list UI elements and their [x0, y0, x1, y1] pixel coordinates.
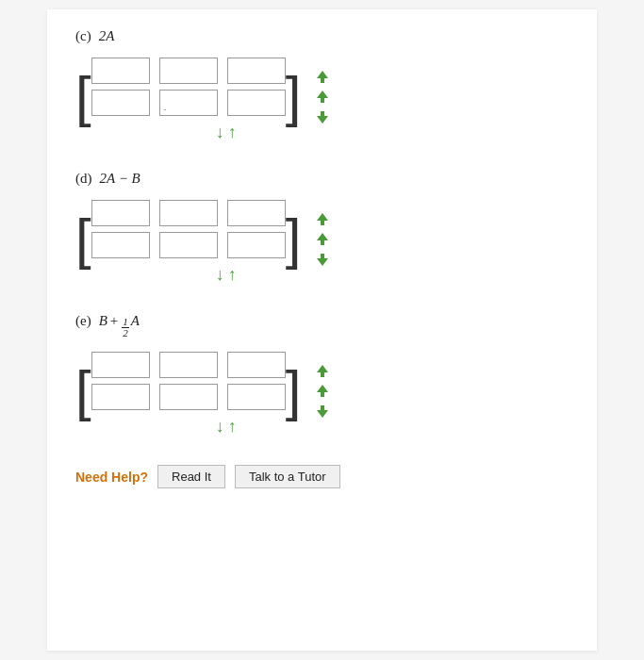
sort-arrows-d: ↓ ↑ [91, 266, 286, 283]
side-arrow-up-c-2[interactable] [314, 108, 331, 125]
svg-rect-1 [321, 78, 324, 83]
problem-e: (e) B + 1 2 A [ [75, 313, 569, 435]
up-arrow-d[interactable]: ↑ [228, 266, 237, 283]
problem-c: (c) 2A [ . [75, 28, 569, 140]
part-label-e: (e) [75, 313, 91, 329]
up-arrow-e[interactable]: ↑ [228, 418, 237, 435]
matrix-e-bracket: [ ↓ ↑ ] [75, 348, 301, 435]
cell-e-1-0[interactable] [91, 384, 150, 410]
expr-e-b: B [99, 313, 107, 329]
cell-d-1-0[interactable] [91, 232, 150, 258]
side-arrow-up-d-1[interactable] [314, 231, 331, 248]
matrix-d-outer: [ ↓ ↑ ] [75, 196, 569, 283]
cell-e-0-1[interactable] [159, 352, 218, 378]
svg-rect-9 [321, 240, 324, 245]
svg-marker-12 [317, 365, 328, 372]
cell-e-1-2[interactable] [227, 384, 286, 410]
cell-c-1-1[interactable]: . [159, 90, 218, 116]
side-arrow-up-d-2[interactable] [314, 251, 331, 268]
svg-marker-2 [317, 91, 328, 98]
cell-e-1-1[interactable] [159, 384, 218, 410]
bracket-left-c: [ [75, 69, 91, 125]
down-arrow-e[interactable]: ↓ [216, 418, 224, 435]
matrix-c-cells: . [91, 54, 286, 120]
part-label-d: (d) [75, 171, 92, 187]
svg-marker-10 [317, 258, 328, 266]
cell-d-0-2[interactable] [227, 200, 286, 226]
down-arrow-c[interactable]: ↓ [216, 124, 224, 140]
talk-to-tutor-button[interactable]: Talk to a Tutor [235, 465, 340, 488]
svg-marker-16 [317, 410, 328, 418]
expr-e-half: 1 2 [122, 317, 129, 338]
side-arrow-down-c[interactable] [314, 69, 331, 86]
side-arrows-d [314, 211, 331, 268]
sort-arrows-c: ↓ ↑ [91, 124, 286, 140]
up-arrow-c[interactable]: ↑ [228, 124, 237, 140]
matrix-e-cells [91, 348, 286, 414]
svg-rect-17 [321, 405, 324, 410]
cell-d-0-0[interactable] [91, 200, 150, 226]
cell-c-1-0[interactable] [91, 90, 150, 116]
expr-e-plus: + [110, 313, 118, 329]
cell-d-1-1[interactable] [159, 232, 218, 258]
bracket-left-e: [ [75, 363, 91, 420]
side-arrow-down-d[interactable] [314, 211, 331, 228]
problem-d: (d) 2A − B [ ↓ ↑ [75, 171, 569, 283]
sort-arrows-e: ↓ ↑ [91, 418, 286, 435]
problem-e-label: (e) B + 1 2 A [75, 313, 569, 338]
expr-d: 2A − B [100, 171, 140, 187]
problem-d-label: (d) 2A − B [75, 171, 569, 187]
cell-c-0-0[interactable] [91, 58, 150, 84]
expr-e-a: A [131, 313, 140, 329]
cell-e-0-0[interactable] [91, 352, 150, 378]
svg-rect-5 [321, 111, 324, 116]
side-arrow-down-e[interactable] [314, 363, 331, 380]
side-arrows-c [314, 69, 331, 125]
svg-rect-15 [321, 392, 324, 397]
side-arrows-e [314, 363, 331, 420]
side-arrow-up-e-2[interactable] [314, 403, 331, 420]
read-it-button[interactable]: Read It [157, 465, 225, 488]
cell-c-0-1[interactable] [159, 58, 218, 84]
matrix-c-outer: [ . ↓ ↑ [75, 54, 569, 140]
svg-marker-6 [317, 213, 328, 221]
part-label-c: (c) [75, 28, 91, 44]
cell-d-0-1[interactable] [159, 200, 218, 226]
svg-rect-3 [321, 98, 324, 103]
need-help-label: Need Help? [75, 470, 148, 485]
page: (c) 2A [ . [47, 9, 597, 651]
cell-e-0-2[interactable] [227, 352, 286, 378]
matrix-d-cells [91, 196, 286, 262]
bracket-right-e: ] [286, 363, 302, 420]
help-bar: Need Help? Read It Talk to a Tutor [75, 465, 569, 488]
matrix-d-bracket: [ ↓ ↑ ] [75, 196, 301, 283]
bracket-left-d: [ [75, 211, 91, 268]
side-arrow-up-e-1[interactable] [314, 383, 331, 400]
svg-marker-0 [317, 71, 328, 78]
cell-c-1-2[interactable] [227, 90, 286, 116]
matrix-c-bracket: [ . ↓ ↑ [75, 54, 301, 140]
problem-c-label: (c) 2A [75, 28, 569, 44]
bracket-right-d: ] [286, 211, 302, 268]
svg-rect-11 [321, 254, 324, 258]
svg-marker-4 [317, 116, 328, 124]
svg-rect-13 [321, 372, 324, 377]
cell-c-0-2[interactable] [227, 58, 286, 84]
svg-marker-8 [317, 233, 328, 240]
cell-d-1-2[interactable] [227, 232, 286, 258]
down-arrow-d[interactable]: ↓ [216, 266, 224, 283]
side-arrow-up-c-1[interactable] [314, 89, 331, 106]
expr-c: 2A [99, 28, 115, 44]
matrix-e-outer: [ ↓ ↑ ] [75, 348, 569, 435]
bracket-right-c: ] [286, 69, 302, 125]
svg-rect-7 [321, 221, 324, 225]
expr-e: B + 1 2 A [99, 313, 140, 338]
svg-marker-14 [317, 385, 328, 392]
